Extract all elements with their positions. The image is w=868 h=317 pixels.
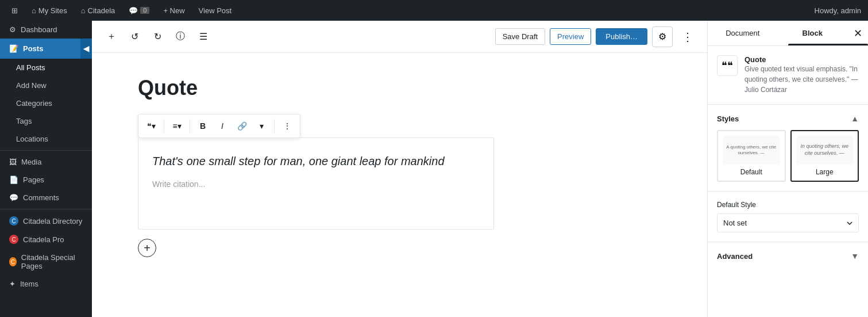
settings-gear-button[interactable]: ⚙ <box>652 26 673 47</box>
style-default-preview: A quoting others, we cite ourselves. — <box>723 136 780 165</box>
advanced-chevron-icon: ▼ <box>851 251 859 261</box>
sidebar-item-categories[interactable]: Categories <box>0 94 92 112</box>
quote-text[interactable]: That's one small step for man, one giant… <box>152 152 480 170</box>
tab-document[interactable]: Document <box>708 21 778 45</box>
comment-icon: 💬 <box>129 6 138 15</box>
site-name-item[interactable]: ⌂ Citadela <box>76 0 120 21</box>
advanced-title: Advanced <box>717 252 753 261</box>
right-panel: Document Block ✕ ❝❝ Quote Give quoted te… <box>707 21 868 317</box>
block-toolbar: ❝▾ ≡▾ B I 🔗 ▾ ⋮ <box>138 114 300 138</box>
main-layout: ⚙ Dashboard 📝 Posts ◀ All Posts Add New … <box>0 21 868 317</box>
italic-btn[interactable]: I <box>213 117 232 135</box>
tab-block[interactable]: Block <box>778 21 848 45</box>
sidebar-divider-1 <box>0 150 92 151</box>
save-draft-button[interactable]: Save Draft <box>495 28 545 45</box>
styles-section: Styles ▲ A quoting others, we cite ourse… <box>708 105 868 192</box>
styles-header[interactable]: Styles ▲ <box>717 114 859 123</box>
admin-bar: ⊞ ⌂ My Sites ⌂ Citadela 💬 0 + New View P… <box>0 0 868 21</box>
sidebar-item-citadela-pro[interactable]: C Citadela Pro <box>0 230 92 249</box>
toolbar-sep-2 <box>190 119 190 133</box>
howdy-text: Howdy, admin <box>815 6 861 15</box>
panel-close-btn[interactable]: ✕ <box>847 23 868 44</box>
view-post-item[interactable]: View Post <box>194 0 237 21</box>
quote-block[interactable]: That's one small step for man, one giant… <box>138 138 494 230</box>
sidebar-divider-2 <box>0 209 92 209</box>
sidebar-item-pages[interactable]: 📄 Pages <box>0 171 92 189</box>
default-style-select[interactable]: Not set Default Large <box>717 213 859 232</box>
publish-button[interactable]: Publish… <box>596 28 647 45</box>
wp-logo-item[interactable]: ⊞ <box>7 0 22 21</box>
sidebar-item-all-posts[interactable]: All Posts <box>0 59 92 77</box>
comments-item[interactable]: 💬 0 <box>124 0 154 21</box>
view-post-label: View Post <box>199 6 232 15</box>
link-btn[interactable]: 🔗 <box>233 117 251 135</box>
block-name: Quote <box>744 55 859 64</box>
site-name-label: Citadela <box>88 6 115 15</box>
post-title[interactable]: Quote <box>138 76 661 100</box>
style-default-option[interactable]: A quoting others, we cite ourselves. — D… <box>717 130 786 182</box>
align-btn[interactable]: ≡▾ <box>168 117 186 135</box>
my-sites-item[interactable]: ⌂ My Sites <box>27 0 72 21</box>
add-block-toolbar-btn[interactable]: ＋ <box>101 26 122 47</box>
locations-label: Locations <box>16 135 48 143</box>
add-new-label: Add New <box>16 81 47 90</box>
quote-citation[interactable]: Write citation... <box>152 179 480 189</box>
sidebar-item-locations[interactable]: Locations <box>0 130 92 148</box>
citadela-special-pages-icon: C <box>9 257 17 266</box>
sidebar-item-citadela-directory[interactable]: C Citadela Directory <box>0 212 92 230</box>
dashboard-label: Dashboard <box>21 25 57 34</box>
citadela-directory-icon: C <box>9 216 18 226</box>
sidebar-item-dashboard[interactable]: ⚙ Dashboard <box>0 21 92 39</box>
more-rich-text-btn[interactable]: ▾ <box>252 117 271 135</box>
style-default-preview-text: A quoting others, we cite ourselves. — <box>725 144 778 156</box>
default-style-label: Default Style <box>717 201 859 209</box>
style-large-preview-text: In quoting others, we cite ourselves. — <box>798 143 851 156</box>
undo-btn[interactable]: ↺ <box>124 26 145 47</box>
block-info-text: Quote Give quoted text visual emphasis. … <box>744 55 859 95</box>
list-view-btn[interactable]: ☰ <box>193 26 214 47</box>
tags-label: Tags <box>16 117 32 125</box>
categories-label: Categories <box>16 99 52 108</box>
sidebar-item-tags[interactable]: Tags <box>0 112 92 130</box>
citadela-directory-label: Citadela Directory <box>23 217 82 226</box>
citadela-pro-icon: C <box>9 235 18 244</box>
block-options-btn[interactable]: ⋮ <box>278 117 296 135</box>
style-large-label: Large <box>796 168 854 176</box>
redo-btn[interactable]: ↻ <box>147 26 168 47</box>
default-style-subsection: Default Style Not set Default Large <box>708 192 868 242</box>
editor-toolbar: ＋ ↺ ↻ ⓘ ☰ Save Draft Preview Publish… ⚙ … <box>92 21 707 53</box>
sidebar-item-add-new[interactable]: Add New <box>0 77 92 94</box>
bold-btn[interactable]: B <box>194 117 212 135</box>
posts-icon: 📝 <box>9 44 18 53</box>
info-btn[interactable]: ⓘ <box>170 26 191 47</box>
preview-button[interactable]: Preview <box>550 28 591 45</box>
comments-label: Comments <box>23 193 59 202</box>
sidebar-item-items[interactable]: ✦ Items <box>0 275 92 293</box>
sidebar-item-posts[interactable]: 📝 Posts ◀ <box>0 39 92 59</box>
citadela-special-pages-label: Citadela Special Pages <box>21 253 83 270</box>
wp-logo-icon: ⊞ <box>11 6 18 15</box>
toolbar-sep-1 <box>164 119 164 133</box>
add-block-below-btn[interactable]: + <box>138 239 156 257</box>
toolbar-right: Save Draft Preview Publish… ⚙ ⋮ <box>495 26 698 47</box>
advanced-header[interactable]: Advanced ▼ <box>717 251 859 261</box>
editor-content[interactable]: Quote ❝▾ ≡▾ B I 🔗 ▾ ⋮ That's one small s… <box>92 53 707 317</box>
comment-count: 0 <box>140 7 149 14</box>
style-large-option[interactable]: In quoting others, we cite ourselves. — … <box>790 130 859 182</box>
sidebar-item-media[interactable]: 🖼 Media <box>0 153 92 171</box>
panel-tabs: Document Block ✕ <box>708 21 868 46</box>
editor-area: ＋ ↺ ↻ ⓘ ☰ Save Draft Preview Publish… ⚙ … <box>92 21 707 317</box>
more-options-button[interactable]: ⋮ <box>677 26 698 47</box>
style-default-label: Default <box>723 168 780 176</box>
sidebar-item-comments[interactable]: 💬 Comments <box>0 189 92 207</box>
new-item[interactable]: + New <box>159 0 189 21</box>
sidebar: ⚙ Dashboard 📝 Posts ◀ All Posts Add New … <box>0 21 92 317</box>
block-type-btn[interactable]: ❝▾ <box>142 117 160 135</box>
style-large-preview: In quoting others, we cite ourselves. — <box>796 136 854 165</box>
sidebar-item-citadela-special-pages[interactable]: C Citadela Special Pages <box>0 249 92 275</box>
media-icon: 🖼 <box>9 158 17 166</box>
block-info: ❝❝ Quote Give quoted text visual emphasi… <box>708 46 868 105</box>
media-label: Media <box>21 158 41 166</box>
styles-grid: A quoting others, we cite ourselves. — D… <box>717 130 859 182</box>
posts-label: Posts <box>23 44 43 53</box>
